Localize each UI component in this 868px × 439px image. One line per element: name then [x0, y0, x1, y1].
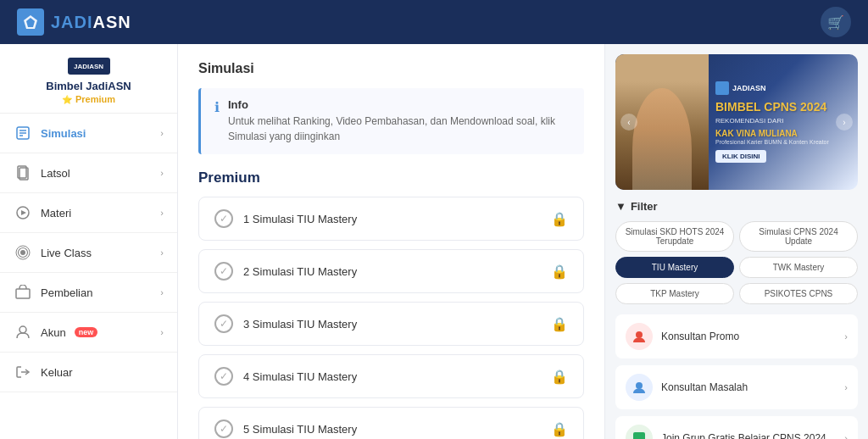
check-icon-2: ✓: [214, 262, 233, 281]
info-text: Untuk melihat Ranking, Video Pembahasan,…: [228, 114, 570, 144]
filter-tkp-mastery[interactable]: TKP Mastery: [615, 283, 734, 304]
konsultan-masalah-icon: [626, 374, 653, 401]
akun-badge: new: [75, 327, 98, 337]
filter-psikotes[interactable]: PSIKOTES CPNS: [739, 283, 858, 304]
filter-twk-mastery[interactable]: TWK Mastery: [739, 257, 858, 278]
check-icon-3: ✓: [214, 314, 233, 333]
banner-desc-text: Profesional Karier BUMN & Konten Kreator: [715, 139, 851, 145]
lock-icon-5: 🔒: [551, 421, 568, 437]
latsol-arrow: ›: [160, 168, 164, 178]
filter-icon: ▼: [615, 200, 626, 213]
pembelian-label: Pembelian: [41, 286, 92, 299]
join-grup-item[interactable]: Join Grup Gratis Belajar CPNS 2024 ›: [615, 416, 858, 439]
sidebar-item-latsol[interactable]: Latsol ›: [0, 153, 177, 193]
check-icon-1: ✓: [214, 209, 233, 228]
svg-rect-18: [633, 432, 645, 439]
banner-card[interactable]: JADIASN BIMBEL CPNS 2024 REKOMENDASI DAR…: [615, 54, 858, 190]
svg-rect-13: [16, 289, 30, 298]
sidebar-item-pembelian[interactable]: Pembelian ›: [0, 273, 177, 313]
profile-logo: JADIASN: [68, 58, 110, 75]
simulasi-label-2: 2 Simulasi TIU Mastery: [243, 265, 357, 278]
simulasi-item-5[interactable]: ✓ 5 Simulasi TIU Mastery 🔒: [198, 407, 584, 439]
pembelian-icon: [14, 283, 32, 302]
join-grup-arrow: ›: [844, 433, 848, 439]
banner-logo: JADIASN: [715, 81, 851, 95]
filter-tiu-mastery[interactable]: TIU Mastery: [615, 257, 734, 278]
simulasi-label-5: 5 Simulasi TIU Mastery: [243, 423, 357, 436]
live-class-icon: [14, 243, 32, 262]
sidebar-item-keluar[interactable]: Keluar: [0, 353, 177, 392]
premium-section-title: Premium: [198, 169, 584, 186]
simulasi-arrow: ›: [160, 128, 164, 138]
latsol-label: Latsol: [41, 167, 70, 180]
simulasi-item-1[interactable]: ✓ 1 Simulasi TIU Mastery 🔒: [198, 197, 584, 241]
konsultan-masalah-item[interactable]: Konsultan Masalah ›: [615, 365, 858, 409]
banner-next-button[interactable]: ›: [836, 114, 853, 131]
profile-logo-text: JADIASN: [74, 63, 103, 70]
filter-skd-hots[interactable]: Simulasi SKD HOTS 2024 Terupdate: [615, 221, 734, 252]
sidebar-profile: JADIASN Bimbel JadiASN Premium: [0, 44, 177, 114]
sidebar-item-simulasi[interactable]: Simulasi ›: [0, 114, 177, 153]
person-shape: [632, 88, 692, 190]
keluar-label: Keluar: [41, 366, 73, 379]
konsultan-promo-item[interactable]: Konsultan Promo ›: [615, 314, 858, 358]
filter-grid: Simulasi SKD HOTS 2024 Terupdate Simulas…: [615, 221, 858, 304]
simulasi-item-4[interactable]: ✓ 4 Simulasi TIU Mastery 🔒: [198, 354, 584, 398]
simulasi-icon: [14, 124, 32, 142]
latsol-icon: [14, 164, 32, 182]
sidebar-item-akun[interactable]: Akun new ›: [0, 313, 177, 353]
simulasi-label-3: 3 Simulasi TIU Mastery: [243, 318, 357, 331]
right-panel: JADIASN BIMBEL CPNS 2024 REKOMENDASI DAR…: [605, 44, 868, 439]
main-container: JADIASN Bimbel JadiASN Premium Simulasi …: [0, 44, 868, 439]
profile-name: Bimbel JadiASN: [46, 80, 131, 92]
header: JADIASN 🛒: [0, 0, 868, 44]
akun-label: Akun: [41, 326, 66, 339]
simulasi-item-3[interactable]: ✓ 3 Simulasi TIU Mastery 🔒: [198, 302, 584, 346]
konsultan-masalah-label: Konsultan Masalah: [661, 381, 748, 393]
svg-point-16: [636, 331, 643, 338]
banner-cta[interactable]: KLIK DISINI: [715, 150, 766, 163]
live-class-arrow: ›: [160, 247, 164, 258]
konsultan-promo-label: Konsultan Promo: [661, 331, 739, 342]
materi-arrow: ›: [160, 208, 164, 218]
filter-cpns-update[interactable]: Simulasi CPNS 2024 Update: [739, 221, 858, 252]
info-icon: ℹ: [214, 99, 220, 115]
banner-logo-text: JADIASN: [732, 84, 766, 92]
konsultan-promo-arrow: ›: [844, 331, 848, 342]
filter-section: ▼ Filter Simulasi SKD HOTS 2024 Terupdat…: [615, 200, 858, 304]
akun-arrow: ›: [160, 327, 164, 337]
join-grup-icon: [626, 425, 653, 439]
sidebar-item-live-class[interactable]: Live Class ›: [0, 233, 177, 273]
sidebar-item-materi[interactable]: Materi ›: [0, 193, 177, 233]
pembelian-arrow: ›: [160, 287, 164, 297]
check-icon-5: ✓: [214, 420, 233, 438]
banner-sub-text: REKOMENDASI DARI: [715, 117, 851, 125]
simulasi-label: Simulasi: [41, 127, 86, 140]
banner-prev-button[interactable]: ‹: [620, 114, 637, 131]
svg-point-10: [20, 250, 25, 255]
banner-name-text: KAK VINA MULIANA: [715, 128, 851, 139]
check-icon-4: ✓: [214, 367, 233, 386]
page-title: Simulasi: [198, 61, 584, 76]
svg-marker-9: [21, 210, 26, 215]
live-class-label: Live Class: [41, 247, 92, 259]
simulasi-item-2[interactable]: ✓ 2 Simulasi TIU Mastery 🔒: [198, 249, 584, 293]
logo-icon: [17, 8, 44, 36]
filter-title: ▼ Filter: [615, 200, 858, 213]
konsultan-masalah-arrow: ›: [844, 382, 848, 392]
info-title: Info: [228, 98, 570, 111]
join-grup-label: Join Grup Gratis Belajar CPNS 2024: [661, 432, 826, 439]
materi-label: Materi: [41, 207, 71, 220]
content-area: Simulasi ℹ Info Untuk melihat Ranking, V…: [178, 44, 605, 439]
logo-area: JADIASN: [17, 8, 131, 36]
lock-icon-3: 🔒: [551, 316, 568, 332]
svg-point-14: [19, 326, 26, 333]
banner-main-text: BIMBEL CPNS 2024: [715, 100, 851, 114]
svg-point-17: [636, 382, 643, 389]
akun-icon: [14, 323, 32, 342]
simulasi-label-1: 1 Simulasi TIU Mastery: [243, 213, 357, 225]
cart-button[interactable]: 🛒: [821, 7, 851, 37]
materi-icon: [14, 203, 32, 222]
keluar-icon: [14, 363, 32, 381]
logo-text: JADIASN: [51, 13, 131, 32]
